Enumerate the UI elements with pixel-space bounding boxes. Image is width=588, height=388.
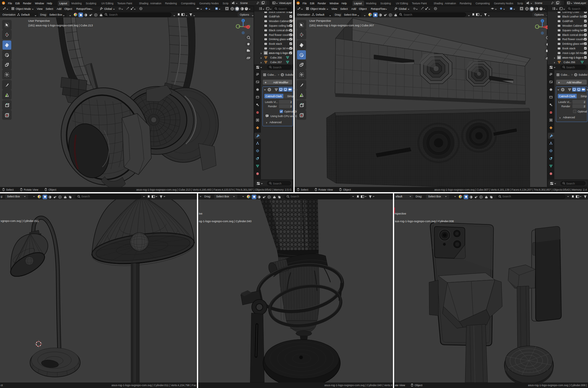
svg-text:Z: Z xyxy=(243,20,244,22)
svg-text:X: X xyxy=(247,26,249,28)
svg-text:Z: Z xyxy=(542,20,543,22)
